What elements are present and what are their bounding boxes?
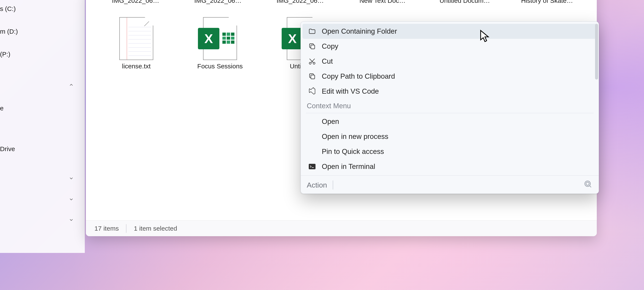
- tree-item-e[interactable]: e: [0, 102, 85, 115]
- svg-rect-0: [311, 45, 315, 49]
- divider: [333, 180, 333, 189]
- chevron-down-icon[interactable]: [69, 217, 74, 222]
- file-item[interactable]: IMG_2022_06…: [259, 0, 341, 8]
- menu-open[interactable]: Open: [302, 114, 597, 129]
- svg-point-5: [585, 181, 590, 186]
- item-count: 17 items: [94, 225, 119, 232]
- folder-icon: [308, 27, 317, 36]
- context-menu: Open Containing Folder Copy Cut Copy Pat…: [300, 21, 599, 194]
- drive-c[interactable]: s (C:): [0, 0, 85, 15]
- file-item[interactable]: History of Skate…: [506, 0, 588, 8]
- menu-section-header: Context Menu: [301, 99, 599, 112]
- file-item[interactable]: IMG_2022_06…: [177, 0, 259, 8]
- blank-icon: [308, 147, 317, 156]
- terminal-icon: [308, 162, 317, 171]
- menu-open-containing-folder[interactable]: Open Containing Folder: [302, 24, 597, 39]
- svg-rect-3: [311, 75, 315, 79]
- file-item[interactable]: Untitled Docum…: [424, 0, 506, 8]
- drive-d[interactable]: m (D:): [0, 25, 85, 38]
- drive-p[interactable]: (P:): [0, 48, 85, 61]
- search-icon[interactable]: [583, 179, 593, 191]
- file-item-focus-sessions[interactable]: X Focus Sessions: [178, 13, 262, 74]
- menu-open-new-process[interactable]: Open in new process: [302, 129, 597, 144]
- blank-icon: [308, 117, 317, 126]
- menu-cut[interactable]: Cut: [302, 54, 597, 69]
- menu-open-terminal[interactable]: Open in Terminal: [302, 159, 597, 174]
- selection-count: 1 item selected: [134, 225, 177, 232]
- blank-icon: [308, 132, 317, 141]
- scrollbar[interactable]: [595, 24, 598, 80]
- chevron-down-icon[interactable]: [69, 176, 74, 181]
- search-label: Action: [307, 181, 327, 189]
- vscode-icon: [308, 87, 317, 96]
- menu-copy[interactable]: Copy: [302, 39, 597, 54]
- svg-point-6: [586, 182, 589, 185]
- excel-file-icon: X: [203, 17, 237, 60]
- cut-icon: [308, 57, 317, 66]
- nav-tree-partial: s (C:) m (D:) (P:) e Drive: [0, 0, 85, 253]
- text-file-icon: [119, 17, 154, 60]
- svg-rect-4: [309, 164, 315, 169]
- tree-item-drive[interactable]: Drive: [0, 142, 85, 156]
- chevron-down-icon[interactable]: [69, 197, 74, 202]
- file-item-license[interactable]: license.txt: [94, 13, 178, 74]
- chevron-up-icon[interactable]: [69, 82, 74, 87]
- svg-point-1: [309, 62, 311, 64]
- status-bar: 17 items 1 item selected: [86, 220, 597, 236]
- copy-icon: [308, 42, 317, 51]
- menu-copy-path[interactable]: Copy Path to Clipboard: [302, 69, 597, 84]
- command-search-bar[interactable]: Action: [301, 175, 599, 191]
- menu-edit-vscode[interactable]: Edit with VS Code: [302, 84, 597, 99]
- menu-pin-quick-access[interactable]: Pin to Quick access: [302, 144, 597, 159]
- divider: [126, 224, 126, 233]
- file-item[interactable]: IMG_2022_06…: [94, 0, 177, 8]
- file-item[interactable]: New Text Doc…: [341, 0, 424, 8]
- svg-point-2: [313, 62, 315, 64]
- copy-icon: [308, 72, 317, 81]
